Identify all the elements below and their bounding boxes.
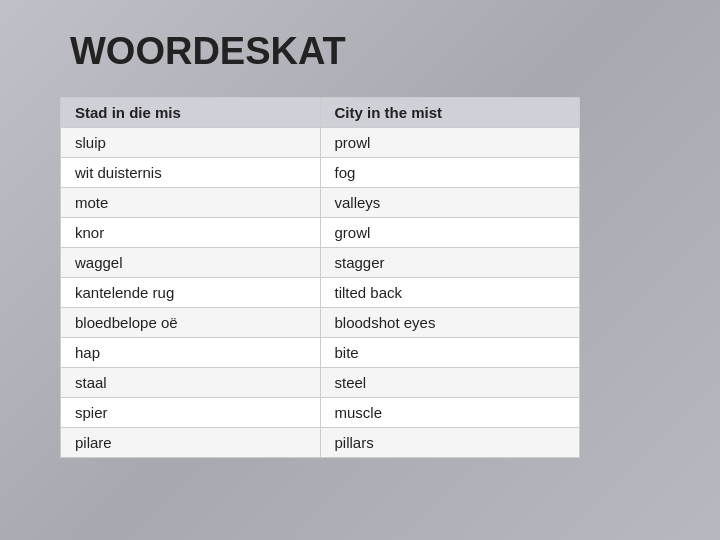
cell-3-1: growl <box>320 218 580 248</box>
cell-2-0: mote <box>61 188 321 218</box>
cell-0-1: prowl <box>320 128 580 158</box>
cell-10-0: pilare <box>61 428 321 458</box>
cell-9-0: spier <box>61 398 321 428</box>
cell-7-0: hap <box>61 338 321 368</box>
vocabulary-table: Stad in die misCity in the mistsluipprow… <box>60 97 580 458</box>
cell-1-1: fog <box>320 158 580 188</box>
cell-5-0: kantelende rug <box>61 278 321 308</box>
cell-9-1: muscle <box>320 398 580 428</box>
cell-2-1: valleys <box>320 188 580 218</box>
table-row: kantelende rugtilted back <box>61 278 580 308</box>
cell-4-1: stagger <box>320 248 580 278</box>
table-row: knorgrowl <box>61 218 580 248</box>
cell-8-0: staal <box>61 368 321 398</box>
table-row: waggelstagger <box>61 248 580 278</box>
table-row: hapbite <box>61 338 580 368</box>
cell-1-0: wit duisternis <box>61 158 321 188</box>
table-row: spiermuscle <box>61 398 580 428</box>
table-row: sluipprowl <box>61 128 580 158</box>
header-cell-1: City in the mist <box>320 98 580 128</box>
cell-5-1: tilted back <box>320 278 580 308</box>
header-cell-0: Stad in die mis <box>61 98 321 128</box>
table-row: pilarepillars <box>61 428 580 458</box>
cell-0-0: sluip <box>61 128 321 158</box>
table-row: motevalleys <box>61 188 580 218</box>
cell-6-0: bloedbelope oë <box>61 308 321 338</box>
page-title: WOORDESKAT <box>70 30 346 73</box>
table-header-row: Stad in die misCity in the mist <box>61 98 580 128</box>
cell-10-1: pillars <box>320 428 580 458</box>
cell-3-0: knor <box>61 218 321 248</box>
cell-6-1: bloodshot eyes <box>320 308 580 338</box>
table-row: staalsteel <box>61 368 580 398</box>
cell-8-1: steel <box>320 368 580 398</box>
cell-4-0: waggel <box>61 248 321 278</box>
table-row: wit duisternisfog <box>61 158 580 188</box>
cell-7-1: bite <box>320 338 580 368</box>
table-row: bloedbelope oëbloodshot eyes <box>61 308 580 338</box>
